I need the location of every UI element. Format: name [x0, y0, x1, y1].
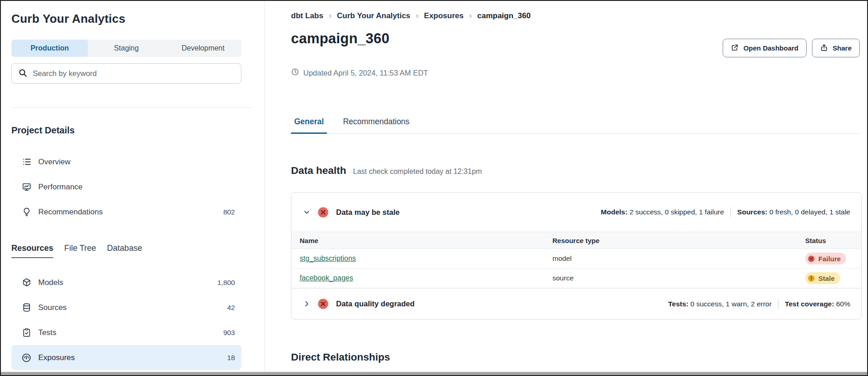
project-details-heading: Project Details — [11, 125, 264, 136]
sidebar-item-recommendations[interactable]: Recommendations 802 — [11, 199, 241, 224]
sidebar-item-overview[interactable]: Overview — [11, 149, 241, 174]
status-badge-failure: Failure — [805, 253, 846, 264]
error-x-circle-icon — [317, 298, 329, 310]
tab-file-tree[interactable]: File Tree — [64, 244, 96, 258]
chevron-right-icon[interactable] — [302, 300, 311, 308]
direct-relationships-heading: Direct Relationships — [291, 351, 860, 363]
open-dashboard-button[interactable]: Open Dashboard — [723, 39, 807, 57]
env-tab-development[interactable]: Development — [165, 40, 241, 57]
models-summary-value: 2 success, 0 skipped, 1 failure — [629, 208, 724, 216]
tab-resources[interactable]: Resources — [11, 244, 53, 258]
status-label: Failure — [818, 255, 841, 263]
models-count: 1,800 — [217, 279, 235, 287]
external-link-icon — [731, 44, 739, 53]
clipboard-check-icon — [21, 328, 31, 338]
status-badge-stale: Stale — [805, 272, 840, 284]
page-actions: Open Dashboard Share — [723, 39, 860, 57]
sidebar-view-tabs: Resources File Tree Database — [11, 244, 264, 258]
summary-divider — [730, 207, 731, 217]
breadcrumb-exposures[interactable]: Exposures — [424, 11, 477, 20]
group-title: Data quality degraded — [336, 300, 414, 308]
sidebar-item-label: Exposures — [38, 353, 75, 362]
group-data-may-be-stale[interactable]: Data may be stale Models2 success, 0 ski… — [291, 193, 861, 232]
project-details-list: Overview Performance — [11, 149, 241, 224]
env-tab-production[interactable]: Production — [11, 40, 88, 57]
search-input[interactable] — [33, 69, 235, 78]
models-summary-label: Models — [601, 208, 629, 216]
chevron-down-icon[interactable] — [302, 208, 311, 216]
search-icon — [18, 68, 27, 79]
group-data-quality-degraded[interactable]: Data quality degraded Tests0 success, 1 … — [291, 288, 861, 319]
sidebar-item-models[interactable]: Models 1,800 — [11, 270, 241, 295]
search-box[interactable] — [11, 63, 241, 84]
column-name: Name — [291, 237, 552, 244]
coverage-summary-value: 60% — [836, 300, 850, 308]
failure-x-icon — [807, 255, 815, 263]
env-tab-staging[interactable]: Staging — [88, 40, 164, 57]
status-label: Stale — [818, 274, 835, 282]
table-header: Name Resource type Status — [291, 232, 861, 249]
tests-summary-label: Tests — [668, 300, 690, 308]
cube-icon — [21, 278, 31, 288]
resource-link-facebook-pages[interactable]: facebook_pages — [300, 274, 353, 282]
sidebar-divider — [11, 107, 253, 108]
sidebar-item-label: Tests — [38, 328, 56, 337]
environment-switcher: Production Staging Development — [11, 40, 241, 57]
data-health-card: Data may be stale Models2 success, 0 ski… — [291, 192, 862, 320]
share-button[interactable]: Share — [812, 39, 860, 57]
exposures-count: 18 — [227, 354, 235, 362]
table-row: facebook_pages source Stale — [291, 269, 861, 288]
resource-link-stg-subscriptions[interactable]: stg_subscriptions — [300, 254, 356, 262]
resources-list: Models 1,800 Sources 42 — [11, 270, 241, 370]
coverage-summary-label: Test coverage — [785, 300, 836, 308]
sidebar-item-label: Sources — [38, 303, 66, 312]
group-summary: Models2 success, 0 skipped, 1 failure So… — [601, 207, 850, 217]
last-updated: Updated April 5, 2024, 11:53 AM EDT — [291, 68, 860, 78]
open-dashboard-label: Open Dashboard — [743, 44, 798, 52]
summary-divider — [778, 299, 778, 309]
sources-summary-value: 0 fresh, 0 delayed, 1 stale — [769, 208, 850, 216]
tab-database[interactable]: Database — [107, 244, 142, 258]
tests-summary-value: 0 success, 1 warn, 2 error — [690, 300, 771, 308]
stale-warning-icon — [807, 274, 815, 282]
detail-tabs: General Recommendations — [291, 117, 860, 134]
column-resource-type: Resource type — [552, 237, 805, 244]
sidebar-item-exposures[interactable]: Exposures 18 — [11, 345, 241, 370]
group-summary: Tests0 success, 1 warn, 2 error Test cov… — [668, 299, 850, 309]
clock-icon — [291, 68, 299, 78]
gauge-icon — [21, 353, 31, 363]
breadcrumb: dbt Labs Curb Your Analytics Exposures c… — [291, 11, 860, 20]
main-content: dbt Labs Curb Your Analytics Exposures c… — [265, 1, 867, 375]
sidebar-item-performance[interactable]: Performance — [11, 174, 241, 199]
database-icon — [21, 303, 31, 313]
sidebar: Curb Your Analytics Production Staging D… — [1, 1, 265, 375]
app-window: Curb Your Analytics Production Staging D… — [0, 0, 868, 376]
lightbulb-icon — [21, 207, 31, 217]
data-health-heading: Data health — [291, 165, 346, 177]
tab-recommendations[interactable]: Recommendations — [340, 117, 413, 134]
recommendations-count: 802 — [223, 208, 235, 216]
list-icon — [21, 157, 31, 167]
sidebar-item-label: Recommendations — [38, 208, 103, 217]
sources-summary-label: Sources — [737, 208, 770, 216]
breadcrumb-project[interactable]: Curb Your Analytics — [337, 11, 424, 20]
last-updated-text: Updated April 5, 2024, 11:53 AM EDT — [303, 69, 428, 77]
breadcrumb-current: campaign_360 — [477, 11, 531, 20]
share-icon — [820, 44, 828, 53]
sidebar-item-sources[interactable]: Sources 42 — [11, 295, 241, 320]
sidebar-item-label: Overview — [38, 158, 71, 167]
data-health-header: Data health Last check completed today a… — [291, 165, 860, 177]
share-label: Share — [832, 44, 852, 52]
sources-count: 42 — [227, 304, 235, 312]
sidebar-item-label: Models — [38, 278, 63, 287]
column-status: Status — [805, 237, 861, 244]
bottom-scroll-bar — [1, 372, 867, 375]
resource-type: model — [552, 254, 805, 263]
sidebar-item-tests[interactable]: Tests 903 — [11, 320, 241, 345]
project-title: Curb Your Analytics — [11, 12, 264, 26]
group-title: Data may be stale — [336, 208, 399, 217]
tab-general[interactable]: General — [291, 117, 327, 134]
tests-count: 903 — [223, 329, 235, 337]
performance-monitor-icon — [21, 182, 31, 192]
breadcrumb-dbt-labs[interactable]: dbt Labs — [291, 11, 337, 20]
